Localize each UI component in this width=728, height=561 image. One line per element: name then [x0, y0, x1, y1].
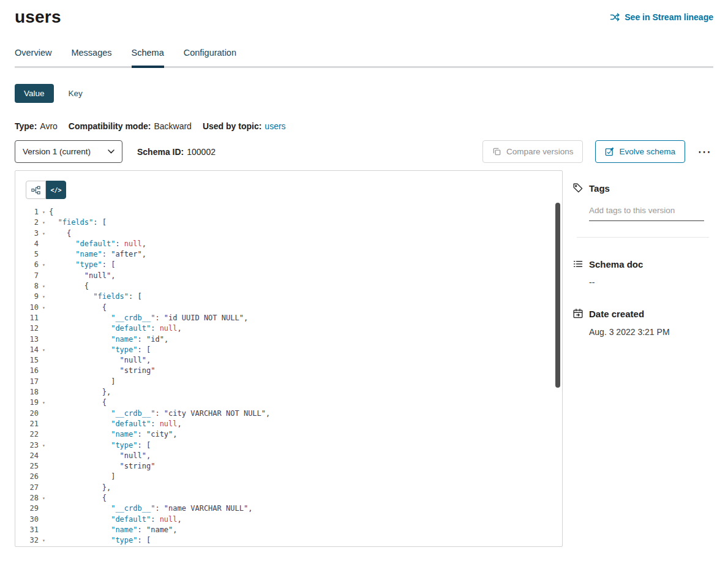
fold-toggle-icon[interactable]: ▾ [39, 303, 49, 313]
code-line: 7 "null", [15, 271, 562, 281]
fold-toggle-icon[interactable]: ▾ [39, 345, 49, 355]
tab-messages[interactable]: Messages [71, 48, 111, 66]
evolve-schema-label: Evolve schema [619, 147, 675, 156]
line-number: 5 [15, 249, 39, 260]
fold-spacer [39, 313, 49, 323]
date-created-title: Date created [589, 309, 644, 319]
editor-scrollbar-thumb[interactable] [555, 203, 560, 388]
code-text: "default": null, [49, 323, 182, 334]
code-line: 10▾ { [15, 303, 562, 313]
fold-spacer [39, 366, 49, 376]
code-line: 28▾ { [15, 493, 562, 503]
code-text: "default": null, [49, 239, 146, 249]
value-toggle-button[interactable]: Value [15, 84, 54, 103]
schema-code-editor: </> 1▾{2▾ "fields": [3▾ {4 "default": nu… [15, 170, 563, 547]
fold-toggle-icon[interactable]: ▾ [39, 493, 49, 503]
fold-spacer [39, 377, 49, 387]
line-number: 12 [15, 323, 39, 334]
fold-toggle-icon[interactable]: ▾ [39, 281, 49, 292]
code-line: 1▾{ [15, 207, 562, 217]
tags-section-header: Tags [572, 183, 713, 194]
type-value: Avro [40, 121, 58, 131]
line-number: 4 [15, 239, 39, 249]
lineage-link-label: See in Stream lineage [625, 12, 713, 22]
line-number: 8 [15, 281, 39, 292]
line-number: 29 [15, 503, 39, 514]
code-text: "null", [49, 355, 151, 366]
schema-doc-header: Schema doc [572, 258, 713, 269]
schema-id-field: Schema ID:100002 [137, 147, 216, 157]
fold-toggle-icon[interactable]: ▾ [39, 535, 49, 546]
date-created-header: Date created [572, 308, 713, 319]
line-number: 22 [15, 429, 39, 440]
code-text: { [49, 228, 71, 239]
compare-versions-label: Compare versions [506, 147, 574, 156]
code-text: ] [49, 377, 115, 387]
schema-id-label: Schema ID: [137, 147, 184, 157]
code-text: "type": [ [49, 535, 151, 546]
line-number: 16 [15, 366, 39, 376]
line-number: 32 [15, 535, 39, 546]
fold-spacer [39, 451, 49, 461]
topic-link[interactable]: users [265, 121, 285, 131]
fold-spacer [39, 503, 49, 514]
version-select[interactable]: Version 1 (current) [15, 140, 122, 163]
schema-id-value: 100002 [187, 147, 216, 157]
code-text: "name": "city", [49, 429, 178, 440]
code-text: "fields": [ [49, 292, 142, 302]
fold-toggle-icon[interactable]: ▾ [39, 292, 49, 302]
fold-toggle-icon[interactable]: ▾ [39, 228, 49, 239]
fold-spacer [39, 387, 49, 397]
tree-view-button[interactable] [26, 181, 46, 199]
see-in-stream-lineage-link[interactable]: See in Stream lineage [610, 12, 713, 22]
code-line: 32▾ "type": [ [15, 535, 562, 546]
code-line: 6▾ "type": [ [15, 260, 562, 270]
code-line: 30 "default": null, [15, 514, 562, 525]
code-view-button[interactable]: </> [46, 181, 66, 199]
code-text: "__crdb__": "name VARCHAR NULL", [49, 503, 252, 514]
compare-versions-button[interactable]: Compare versions [482, 140, 584, 163]
type-label: Type: [15, 121, 37, 131]
code-line: 16 "string" [15, 366, 562, 376]
add-tags-input[interactable] [589, 206, 704, 221]
tab-configuration[interactable]: Configuration [184, 48, 236, 66]
type-field: Type:Avro [15, 121, 58, 131]
line-number: 23 [15, 440, 39, 451]
fold-toggle-icon[interactable]: ▾ [39, 397, 49, 408]
line-number: 2 [15, 217, 39, 228]
code-lines: 1▾{2▾ "fields": [3▾ {4 "default": null,5… [15, 207, 562, 546]
schema-toolbar: Version 1 (current) Schema ID:100002 Com… [15, 140, 713, 163]
evolve-schema-button[interactable]: Evolve schema [595, 140, 685, 163]
code-text: "type": [ [49, 440, 151, 451]
code-line: 11 "__crdb__": "id UUID NOT NULL", [15, 313, 562, 323]
code-line: 21 "default": null, [15, 419, 562, 429]
code-line: 25 "string" [15, 461, 562, 472]
fold-spacer [39, 271, 49, 281]
code-line: 9▾ "fields": [ [15, 292, 562, 302]
code-line: 2▾ "fields": [ [15, 217, 562, 228]
fold-spacer [39, 514, 49, 525]
fold-toggle-icon[interactable]: ▾ [39, 207, 49, 217]
code-text: ] [49, 472, 115, 482]
tab-overview[interactable]: Overview [15, 48, 51, 66]
calendar-icon [572, 308, 584, 319]
fold-toggle-icon[interactable]: ▾ [39, 217, 49, 228]
code-text: { [49, 207, 53, 217]
version-select-value: Version 1 (current) [23, 147, 91, 156]
fold-toggle-icon[interactable]: ▾ [39, 440, 49, 451]
code-line: 15 "null", [15, 355, 562, 366]
fold-spacer [39, 472, 49, 482]
tab-schema[interactable]: Schema [132, 48, 164, 68]
schema-meta-row: Type:Avro Compatibility mode:Backward Us… [15, 121, 713, 131]
code-line: 24 "null", [15, 451, 562, 461]
code-text: "name": "name", [49, 525, 178, 535]
code-text: "null", [49, 271, 115, 281]
fold-spacer [39, 483, 49, 493]
more-options-button[interactable]: ⋯ [696, 146, 713, 157]
fold-toggle-icon[interactable]: ▾ [39, 260, 49, 270]
fold-spacer [39, 409, 49, 419]
line-number: 15 [15, 355, 39, 366]
key-toggle-button[interactable]: Key [69, 89, 83, 98]
page-header: users See in Stream lineage [15, 0, 713, 27]
code-line: 31 "name": "name", [15, 525, 562, 535]
